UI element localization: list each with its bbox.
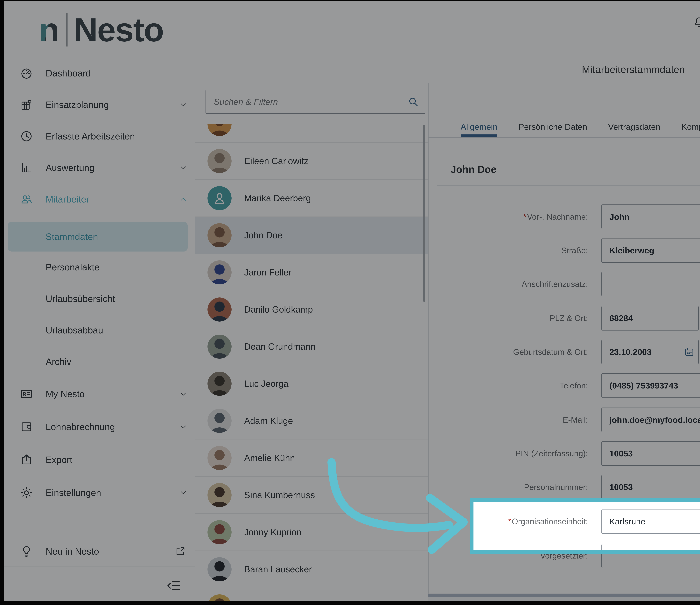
frame-left: [0, 0, 4, 605]
required-asterisk: *: [508, 517, 511, 526]
field-row-organisationseinheit: *Organisationseinheit:Karlsruhe: [434, 509, 700, 534]
frame-bottom: [0, 601, 700, 605]
frame-top: [0, 0, 700, 1]
field-inputs: Karlsruhe: [601, 509, 700, 534]
organisationseinheit-select[interactable]: Karlsruhe: [601, 509, 700, 534]
field-label: *Organisationseinheit:: [434, 509, 588, 534]
vorgesetzter-select-top-sliver: [601, 544, 700, 550]
nesto-app-window: n Nesto DashboardEinsatzplanungErfasste …: [0, 0, 700, 605]
